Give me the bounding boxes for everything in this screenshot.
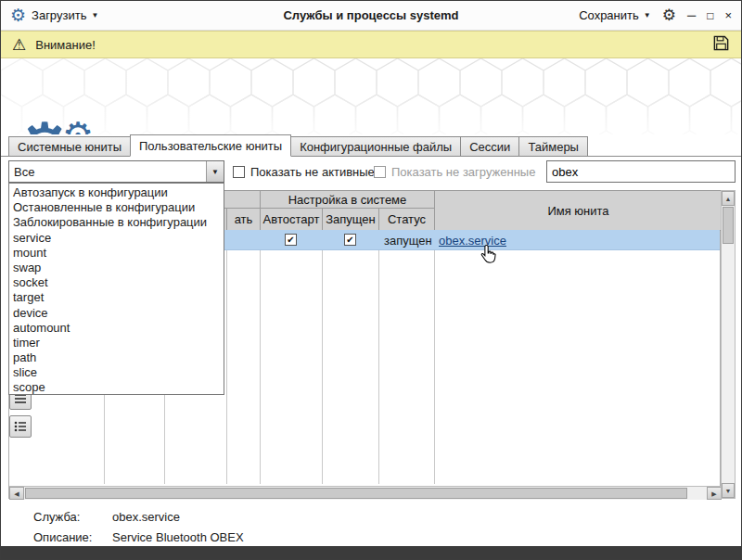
dropdown-item[interactable]: swap bbox=[9, 261, 224, 275]
grid-line bbox=[378, 230, 379, 484]
unit-filter-combobox[interactable]: Все ▼ bbox=[8, 160, 224, 183]
dropdown-item[interactable]: slice bbox=[9, 365, 224, 380]
dropdown-item[interactable]: Остановленные в конфигурации bbox=[9, 200, 224, 215]
dropdown-item[interactable]: Заблокированные в конфигурации bbox=[9, 215, 224, 230]
scroll-down-button[interactable]: ▼ bbox=[722, 483, 735, 498]
titlebar-right: Сохранить ▼ ⚙ ─ □ × bbox=[579, 7, 732, 23]
description-value: Service Bluetooth OBEX bbox=[112, 530, 244, 544]
table-header-running[interactable]: Запущен bbox=[322, 208, 379, 231]
table-header-partial[interactable]: ать bbox=[226, 208, 261, 231]
checkbox-show-inactive[interactable]: Показать не активные bbox=[233, 160, 375, 183]
window-bottom-edge bbox=[1, 546, 741, 559]
description-label: Описание: bbox=[33, 530, 92, 544]
chevron-down-icon: ▼ bbox=[644, 12, 651, 19]
vertical-scrollbar-thumb[interactable] bbox=[723, 207, 734, 244]
dropdown-item[interactable]: mount bbox=[9, 246, 224, 261]
combobox-arrow-button[interactable]: ▼ bbox=[206, 161, 224, 182]
hand-cursor-icon bbox=[478, 244, 497, 268]
table-group-header-system: Настройка в системе bbox=[260, 190, 435, 209]
maximize-button[interactable]: □ bbox=[707, 10, 713, 21]
dropdown-item[interactable]: target bbox=[9, 290, 224, 305]
gear-small-icon: ⚙ bbox=[62, 118, 94, 134]
close-button[interactable]: × bbox=[724, 9, 732, 21]
filter-dropdown-list[interactable]: Автозапуск в конфигурации Остановленные … bbox=[8, 183, 224, 395]
save-button[interactable]: Сохранить ▼ bbox=[579, 8, 651, 22]
checkbox-label: Показать не загруженные bbox=[391, 165, 535, 179]
grid-line bbox=[260, 230, 261, 484]
running-checkbox[interactable]: ✔ bbox=[344, 234, 356, 246]
table-header-unit-name[interactable]: Имя юнита bbox=[434, 190, 723, 231]
save-button-label: Сохранить bbox=[579, 8, 639, 22]
chevron-down-icon: ▼ bbox=[91, 12, 98, 19]
load-button[interactable]: Загрузить ▼ bbox=[32, 8, 98, 22]
dropdown-item[interactable]: automount bbox=[9, 321, 224, 336]
dropdown-item[interactable]: socket bbox=[9, 275, 224, 290]
checkbox-box[interactable] bbox=[374, 166, 386, 178]
dropdown-item[interactable]: service bbox=[9, 231, 224, 246]
scroll-right-button[interactable]: ▶ bbox=[707, 487, 722, 500]
search-input[interactable] bbox=[546, 160, 736, 183]
autostart-checkbox[interactable]: ✔ bbox=[285, 234, 297, 246]
checkbox-label: Показать не активные bbox=[250, 165, 375, 179]
table-header-status[interactable]: Статус bbox=[378, 208, 435, 231]
dropdown-item[interactable]: path bbox=[9, 350, 224, 365]
app-header: ⚙ ⚙ ⚙ Службы и процессы systemd Настройк… bbox=[1, 58, 741, 134]
dropdown-item[interactable]: scope bbox=[9, 380, 224, 395]
checkbox-box[interactable] bbox=[233, 166, 245, 178]
tab-user-units[interactable]: Пользовательские юниты bbox=[130, 134, 291, 157]
vertical-scrollbar[interactable]: ▲ ▼ bbox=[721, 190, 736, 499]
grid-line bbox=[322, 230, 323, 484]
titlebar: ⚙ Загрузить ▼ Службы и процессы systemd … bbox=[1, 1, 741, 31]
dropdown-item[interactable]: Автозапуск в конфигурации bbox=[9, 185, 224, 200]
tab-timers[interactable]: Таймеры bbox=[518, 136, 588, 156]
minimize-button[interactable]: ─ bbox=[687, 9, 696, 21]
hexagon-pattern bbox=[1, 58, 741, 134]
tab-bar: Системные юниты Пользовательские юниты К… bbox=[1, 134, 741, 157]
load-button-label: Загрузить bbox=[32, 8, 86, 22]
dropdown-item[interactable]: timer bbox=[9, 336, 224, 350]
horizontal-scrollbar[interactable]: ◀ ▶ bbox=[9, 486, 722, 500]
table-header-autostart[interactable]: Автостарт bbox=[260, 208, 323, 231]
grid-line bbox=[434, 230, 435, 484]
grid-line bbox=[226, 230, 227, 484]
bullet-list-icon bbox=[14, 421, 27, 432]
warning-text: Внимание! bbox=[35, 38, 96, 52]
combobox-value: Все bbox=[9, 165, 206, 179]
scroll-up-button[interactable]: ▲ bbox=[722, 191, 735, 206]
settings-gear-icon[interactable]: ⚙ bbox=[662, 7, 676, 23]
service-value: obex.service bbox=[112, 510, 180, 524]
scroll-left-button[interactable]: ◀ bbox=[9, 487, 24, 500]
floppy-icon bbox=[712, 34, 730, 52]
save-file-icon[interactable] bbox=[712, 34, 730, 55]
tab-config-files[interactable]: Конфигурационные файлы bbox=[290, 136, 461, 156]
service-label: Служба: bbox=[33, 510, 80, 524]
checkbox-show-unloaded[interactable]: Показать не загруженные bbox=[374, 160, 535, 183]
detail-list-button[interactable] bbox=[9, 415, 32, 438]
horizontal-scrollbar-thumb[interactable] bbox=[25, 488, 687, 499]
warning-icon: ⚠ bbox=[12, 37, 26, 53]
dropdown-item[interactable]: device bbox=[9, 306, 224, 321]
warning-bar: ⚠ Внимание! bbox=[1, 31, 741, 58]
tab-sessions[interactable]: Сессии bbox=[460, 136, 519, 156]
app-window: ⚙ Загрузить ▼ Службы и процессы systemd … bbox=[0, 0, 742, 560]
app-gear-icon[interactable]: ⚙ bbox=[10, 6, 26, 24]
tab-system-units[interactable]: Системные юниты bbox=[8, 136, 131, 156]
status-cell: запущен bbox=[384, 230, 432, 250]
